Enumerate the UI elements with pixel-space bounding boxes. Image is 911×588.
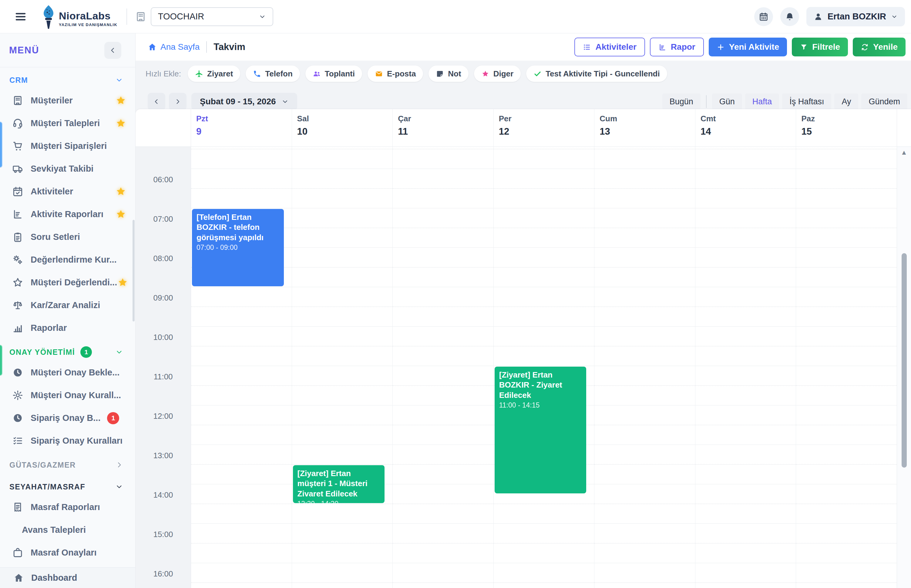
quick-add-chip[interactable]: Not: [428, 66, 468, 82]
time-slot[interactable]: [191, 465, 292, 484]
time-slot[interactable]: [695, 386, 796, 405]
sidebar-item[interactable]: Müşteri Onay Bekle...: [0, 361, 135, 384]
view-hafta[interactable]: Hafta: [745, 94, 779, 110]
calendar-shortcut-button[interactable]: [754, 7, 773, 26]
time-slot[interactable]: [796, 169, 897, 189]
time-slot[interactable]: [594, 248, 695, 268]
time-slot[interactable]: [494, 189, 594, 208]
time-slot[interactable]: [393, 445, 493, 465]
sidebar-section-header[interactable]: SEYAHAT/MASRAF: [0, 478, 135, 496]
quick-add-chip[interactable]: Telefon: [246, 66, 300, 82]
time-slot[interactable]: [695, 228, 796, 248]
time-slot[interactable]: [494, 149, 594, 169]
time-slot[interactable]: [292, 386, 393, 405]
calendar-event[interactable]: [Ziyaret] Ertan BOZKIR - Ziyaret Edilece…: [494, 367, 586, 493]
time-slot[interactable]: [292, 268, 393, 287]
time-slot[interactable]: [393, 228, 493, 248]
rapor-button[interactable]: Rapor: [650, 37, 704, 57]
view-bugün[interactable]: Bugün: [662, 94, 701, 110]
time-slot[interactable]: [393, 248, 493, 268]
time-slot[interactable]: [796, 248, 897, 268]
time-slot[interactable]: [594, 425, 695, 445]
time-slot[interactable]: [796, 405, 897, 425]
time-slot[interactable]: [796, 563, 897, 583]
time-slot[interactable]: [191, 386, 292, 405]
time-slot[interactable]: [594, 563, 695, 583]
time-slot[interactable]: [191, 149, 292, 169]
calendar-scrollbar[interactable]: ▲: [897, 147, 911, 588]
time-slot[interactable]: [191, 366, 292, 386]
day-column-per[interactable]: [Ziyaret] Ertan BOZKIR - Ziyaret Edilece…: [493, 147, 594, 588]
time-slot[interactable]: [594, 346, 695, 366]
user-menu[interactable]: Ertan BOZKIR: [806, 7, 905, 26]
time-slot[interactable]: [191, 425, 292, 445]
time-slot[interactable]: [796, 484, 897, 504]
sidebar-item[interactable]: Aktivite Raporları: [0, 203, 135, 226]
time-slot[interactable]: [594, 386, 695, 405]
time-slot[interactable]: [393, 189, 493, 208]
time-slot[interactable]: [191, 524, 292, 543]
favorite-star-icon[interactable]: [117, 277, 128, 288]
time-slot[interactable]: [796, 326, 897, 346]
sidebar-item-dashboard[interactable]: Dashboard: [0, 567, 135, 588]
time-slot[interactable]: [695, 583, 796, 588]
time-slot[interactable]: [796, 149, 897, 169]
time-slot[interactable]: [292, 326, 393, 346]
time-slot[interactable]: [695, 208, 796, 228]
time-slot[interactable]: [292, 583, 393, 588]
time-slot[interactable]: [494, 563, 594, 583]
time-slot[interactable]: [292, 346, 393, 366]
time-slot[interactable]: [393, 504, 493, 524]
time-slot[interactable]: [695, 405, 796, 425]
time-slot[interactable]: [796, 346, 897, 366]
day-header-paz[interactable]: Paz15: [796, 109, 897, 147]
day-column-cum[interactable]: [594, 147, 695, 588]
time-slot[interactable]: [796, 228, 897, 248]
scrollbar-thumb[interactable]: [901, 253, 907, 468]
time-slot[interactable]: [191, 504, 292, 524]
time-slot[interactable]: [695, 484, 796, 504]
favorite-star-icon[interactable]: [115, 186, 126, 197]
time-slot[interactable]: [695, 543, 796, 563]
favorite-star-icon[interactable]: [115, 95, 126, 106]
day-header-sal[interactable]: Sal10: [292, 109, 393, 147]
time-slot[interactable]: [695, 465, 796, 484]
sidebar-item[interactable]: Sevkiyat Takibi: [0, 157, 135, 180]
time-slot[interactable]: [695, 524, 796, 543]
time-slot[interactable]: [393, 425, 493, 445]
time-slot[interactable]: [292, 405, 393, 425]
day-header-cum[interactable]: Cum13: [594, 109, 695, 147]
time-slot[interactable]: [393, 326, 493, 346]
sidebar-collapse-button[interactable]: [104, 42, 121, 59]
time-slot[interactable]: [393, 386, 493, 405]
day-header-çar[interactable]: Çar11: [393, 109, 493, 147]
filtrele-button[interactable]: Filtrele: [792, 37, 848, 57]
time-slot[interactable]: [494, 543, 594, 563]
time-slot[interactable]: [191, 405, 292, 425]
company-select[interactable]: TOOCHAIR: [151, 7, 273, 26]
time-slot[interactable]: [594, 208, 695, 228]
time-slot[interactable]: [494, 208, 594, 228]
next-week-button[interactable]: [169, 93, 186, 110]
sidebar-section-header[interactable]: CRM: [0, 71, 135, 89]
time-slot[interactable]: [594, 228, 695, 248]
view-ay[interactable]: Ay: [834, 94, 858, 110]
quick-add-chip[interactable]: Diger: [474, 66, 521, 82]
day-column-paz[interactable]: [796, 147, 897, 588]
yeni-aktivite-button[interactable]: Yeni Aktivite: [709, 37, 787, 57]
sidebar-item[interactable]: Sipariş Onay Kuralları: [0, 430, 135, 452]
time-slot[interactable]: [393, 268, 493, 287]
time-slot[interactable]: [695, 366, 796, 386]
day-column-sal[interactable]: [Ziyaret] Ertan müşteri 1 - Müsteri Ziva…: [292, 147, 393, 588]
time-slot[interactable]: [594, 524, 695, 543]
time-slot[interactable]: [695, 189, 796, 208]
time-slot[interactable]: [393, 346, 493, 366]
hamburger-menu-button[interactable]: [13, 9, 29, 24]
time-slot[interactable]: [594, 504, 695, 524]
time-slot[interactable]: [594, 583, 695, 588]
time-slot[interactable]: [191, 189, 292, 208]
time-slot[interactable]: [292, 425, 393, 445]
sidebar-scrollbar-thumb[interactable]: [132, 220, 135, 321]
quick-add-chip[interactable]: Test Aktivite Tipi - Guncellendi: [526, 66, 667, 82]
time-slot[interactable]: [695, 169, 796, 189]
